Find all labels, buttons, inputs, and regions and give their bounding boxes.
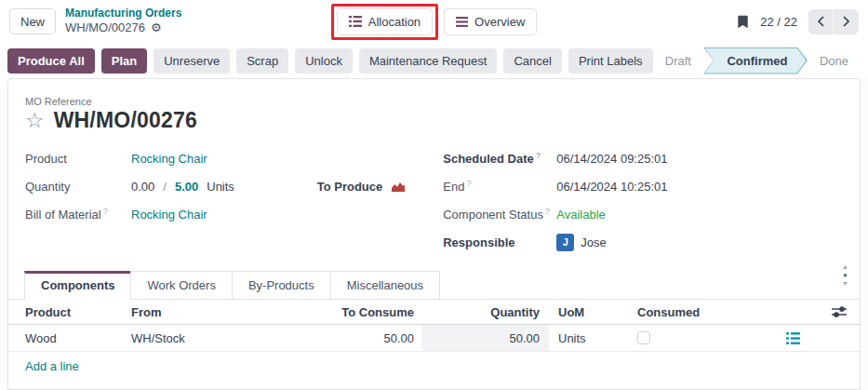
cancel-button[interactable]: Cancel (503, 48, 561, 74)
component-status-value: Available (556, 208, 606, 222)
quantity-total-value[interactable]: 5.00 (175, 180, 198, 194)
table-row[interactable]: Wood WH/Stock 50.00 50.00 Units (8, 325, 860, 352)
plan-button[interactable]: Plan (101, 48, 147, 74)
status-bar: Draft Confirmed Done (653, 47, 861, 74)
mo-reference-label: MO Reference (25, 96, 843, 107)
chevron-left-icon (817, 16, 825, 27)
field-quantity: Quantity 0.00 / 5.00 Units To Produce (25, 172, 409, 200)
consumed-checkbox[interactable] (637, 331, 650, 344)
optional-columns-icon[interactable] (832, 305, 847, 318)
status-confirmed[interactable]: Confirmed (703, 47, 808, 74)
column-to-consume[interactable]: To Consume (287, 300, 421, 324)
breadcrumb-current: WH/MO/00276 (65, 20, 145, 35)
scheduled-date-label: Scheduled Date? (443, 151, 556, 166)
column-quantity[interactable]: Quantity (421, 300, 549, 324)
overview-button[interactable]: Overview (444, 8, 537, 35)
responsible-label: Responsible (443, 235, 556, 249)
field-end-date: End? 06/14/2024 10:25:01 (443, 172, 843, 200)
notebook-tabs: Components Work Orders By-Products Misce… (8, 271, 860, 300)
scrap-button[interactable]: Scrap (236, 48, 288, 74)
form-sheet: MO Reference ☆ WH/MO/00276 Product Rocki… (7, 78, 861, 390)
bom-label: Bill of Material? (25, 207, 131, 222)
control-panel: Produce All Plan Unreserve Scrap Unlock … (0, 43, 868, 78)
allocation-label: Allocation (368, 15, 421, 29)
responsible-avatar[interactable]: J (556, 234, 574, 251)
field-scheduled-date: Scheduled Date? 06/14/2024 09:25:01 (443, 144, 843, 172)
maintenance-request-button[interactable]: Maintenance Request (359, 48, 497, 74)
product-label: Product (25, 152, 131, 166)
column-product[interactable]: Product (8, 300, 131, 324)
bom-value-link[interactable]: Rocking Chair (131, 208, 207, 222)
scroll-dot-icon: ● (843, 271, 848, 279)
row-to-consume-value[interactable]: 50.00 (287, 325, 421, 351)
quantity-label: Quantity (25, 180, 131, 194)
scheduled-date-value[interactable]: 06/14/2024 09:25:01 (556, 152, 667, 166)
overview-label: Overview (474, 15, 525, 29)
new-button[interactable]: New (9, 8, 56, 34)
scroll-down-icon[interactable]: ▼ (842, 280, 848, 287)
help-icon: ? (545, 207, 550, 216)
chevron-right-icon (842, 16, 850, 27)
field-component-status: Component Status? Available (443, 200, 843, 228)
quantity-separator: / (163, 180, 167, 194)
row-quantity-value[interactable]: 50.00 (421, 325, 549, 351)
record-pager (808, 9, 859, 34)
list-scroll-pager: ▲ ● ▼ (842, 263, 848, 287)
to-produce-label: To Produce (317, 180, 383, 194)
column-consumed[interactable]: Consumed (630, 300, 743, 324)
tab-miscellaneous[interactable]: Miscellaneous (330, 271, 440, 300)
end-date-value[interactable]: 06/14/2024 10:25:01 (556, 180, 667, 194)
add-a-line-link[interactable]: Add a line (8, 352, 860, 381)
status-done[interactable]: Done (808, 54, 861, 68)
record-pager-count: 22 / 22 (760, 15, 797, 29)
unlock-button[interactable]: Unlock (295, 48, 353, 74)
status-confirmed-label: Confirmed (704, 48, 806, 74)
row-uom-value: Units (549, 325, 630, 351)
next-record-button[interactable] (834, 9, 859, 34)
tab-work-orders[interactable]: Work Orders (130, 271, 232, 300)
product-value-link[interactable]: Rocking Chair (131, 152, 207, 166)
gear-icon[interactable]: ⚙ (151, 20, 162, 35)
form-view-background: MO Reference ☆ WH/MO/00276 Product Rocki… (0, 78, 868, 390)
forecast-chart-icon[interactable] (391, 181, 406, 193)
menu-bars-icon (456, 17, 468, 27)
status-draft[interactable]: Draft (653, 54, 703, 68)
help-icon: ? (536, 151, 541, 160)
quantity-uom: Units (207, 180, 234, 194)
breadcrumb-parent[interactable]: Manufacturing Orders (65, 7, 181, 20)
register-components-icon[interactable] (786, 332, 800, 344)
help-icon: ? (103, 207, 108, 216)
row-product-value[interactable]: Wood (8, 325, 131, 351)
field-product: Product Rocking Chair (25, 144, 409, 172)
field-responsible: Responsible J Jose (443, 228, 843, 256)
allocation-highlight-box: Allocation (331, 4, 438, 40)
previous-record-button[interactable] (808, 9, 834, 34)
column-from[interactable]: From (131, 300, 287, 324)
list-bullets-icon (349, 16, 362, 27)
scroll-up-icon[interactable]: ▲ (842, 263, 848, 270)
top-bar: New Manufacturing Orders WH/MO/00276 ⚙ A… (0, 0, 868, 43)
column-uom[interactable]: UoM (549, 300, 630, 324)
components-table-header: Product From To Consume Quantity UoM Con… (8, 300, 860, 325)
component-status-label: Component Status? (443, 207, 556, 222)
produce-all-button[interactable]: Produce All (7, 48, 95, 74)
help-icon: ? (466, 179, 471, 188)
tab-components[interactable]: Components (24, 271, 131, 300)
bookmark-icon[interactable] (737, 15, 749, 29)
favorite-star-icon[interactable]: ☆ (25, 110, 45, 131)
breadcrumb: Manufacturing Orders WH/MO/00276 ⚙ (65, 7, 181, 35)
allocation-button[interactable]: Allocation (337, 8, 433, 35)
print-labels-button[interactable]: Print Labels (568, 48, 653, 74)
field-bom: Bill of Material? Rocking Chair (25, 200, 409, 228)
end-label: End? (443, 179, 556, 194)
row-from-value[interactable]: WH/Stock (131, 325, 287, 351)
quantity-done-value[interactable]: 0.00 (131, 180, 154, 194)
unreserve-button[interactable]: Unreserve (154, 48, 230, 74)
tab-by-products[interactable]: By-Products (232, 271, 331, 300)
responsible-name[interactable]: Jose (581, 235, 606, 249)
mo-reference-title: WH/MO/00276 (54, 108, 197, 133)
